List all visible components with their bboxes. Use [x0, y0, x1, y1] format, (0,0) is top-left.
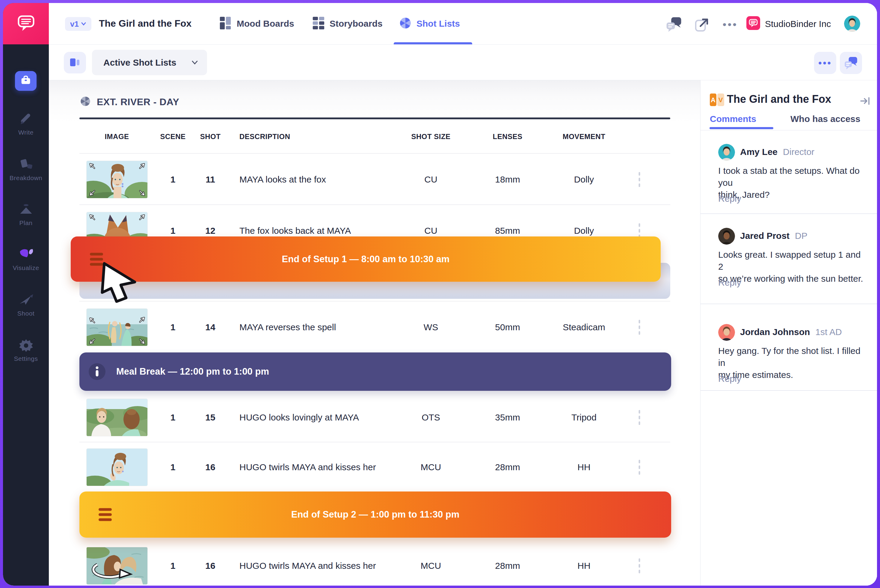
user-avatar[interactable]	[844, 16, 860, 32]
sidebar-item-visualize[interactable]: Visualize	[3, 247, 49, 272]
shot-size-cell: MCU	[421, 561, 441, 571]
shot-row[interactable]: 1 15 HUGO looks lovingly at MAYA OTS 35m…	[79, 393, 670, 442]
reply-link[interactable]: Reply	[718, 278, 741, 288]
storyboard-thumbnail[interactable]	[87, 399, 147, 436]
comments-toggle-button[interactable]	[840, 52, 862, 74]
shot-row[interactable]: 1 16 HUGO twirls MAYA and kisses her MCU…	[79, 540, 670, 586]
plan-icon	[18, 213, 34, 219]
chevron-down-icon	[192, 60, 198, 65]
scene-cell: 1	[171, 561, 175, 571]
share-icon[interactable]	[694, 16, 711, 34]
setup-banner-label: End of Setup 2 — 1:00 pm to 11:30 pm	[79, 509, 671, 520]
row-menu-icon[interactable]	[637, 408, 642, 427]
sidebar-item-settings[interactable]: Settings	[3, 338, 49, 362]
tab-who-has-access[interactable]: Who has access	[790, 114, 860, 124]
comments-icon[interactable]	[666, 16, 682, 34]
description-cell: The fox looks back at MAYA	[239, 226, 351, 236]
collapse-panel-icon[interactable]	[859, 96, 871, 107]
column-header: DESCRIPTION	[239, 132, 290, 141]
column-header: SHOT	[200, 132, 221, 141]
speech-bubble-logo-icon	[17, 14, 35, 33]
tab-comments[interactable]: Comments	[710, 114, 756, 124]
shot-row[interactable]: 1 14 MAYA reverses the spell WS 50mm Ste…	[79, 301, 670, 353]
purple-backdrop: Write Breakdown Plan Visualize Shoot Set…	[0, 0, 880, 588]
description-cell: HUGO twirls MAYA and kisses her	[239, 462, 376, 472]
storyboards-icon	[312, 16, 325, 31]
shot-cell: 15	[205, 412, 215, 423]
layout-icon	[68, 56, 81, 69]
reply-link[interactable]: Reply	[718, 194, 741, 204]
commenter-role: 1st AD	[815, 327, 842, 337]
version-dropdown[interactable]: v1	[65, 17, 91, 31]
shoot-icon	[18, 304, 34, 309]
tab-mood-boards[interactable]: Mood Boards	[219, 16, 294, 31]
sidebar-item-label: Settings	[3, 355, 49, 362]
setup-banner[interactable]: End of Setup 2 — 1:00 pm to 11:30 pm	[79, 492, 671, 538]
shot-cell: 11	[205, 174, 215, 184]
org-name[interactable]: StudioBinder Inc	[765, 19, 831, 29]
column-header: SCENE	[160, 132, 186, 141]
svg-text:V: V	[718, 96, 723, 104]
sidebar-item-label: Plan	[3, 219, 49, 226]
row-menu-icon[interactable]	[637, 556, 642, 575]
commenter-avatar	[718, 228, 735, 244]
shot-row[interactable]: 1 11 MAYA looks at the fox CU 18mm Dolly	[79, 153, 670, 205]
drag-handle-icon[interactable]	[90, 253, 103, 266]
briefcase-icon	[19, 74, 33, 88]
commenter-role: Director	[783, 147, 814, 157]
shot-row[interactable]: 1 16 HUGO twirls MAYA and kisses her MCU…	[79, 442, 670, 492]
comment-divider	[700, 304, 877, 304]
commenter-avatar	[718, 324, 735, 341]
movement-cell: Tripod	[571, 412, 597, 423]
scene-cell: 1	[171, 322, 175, 332]
description-cell: HUGO looks lovingly at MAYA	[239, 412, 359, 423]
tab-shot-lists[interactable]: Shot Lists	[399, 16, 460, 31]
storyboard-thumbnail[interactable]	[87, 161, 147, 198]
sidebar-item-breakdown[interactable]: Breakdown	[3, 157, 49, 182]
studiobinder-logo[interactable]	[3, 3, 49, 44]
description-cell: MAYA looks at the fox	[239, 174, 326, 184]
shot-lists-icon	[399, 16, 412, 31]
shot-list-toolbar: Active Shot Lists •••	[49, 45, 877, 80]
more-icon[interactable]: •••	[723, 19, 738, 30]
row-menu-icon[interactable]	[637, 318, 642, 336]
sidebar-item-plan[interactable]: Plan	[3, 202, 49, 226]
comment-divider	[700, 213, 877, 214]
commenter-name: Jared ProstDP	[740, 231, 808, 241]
row-menu-icon[interactable]	[637, 458, 642, 477]
setup-banner[interactable]: End of Setup 1 — 8:00 am to 10:30 am	[71, 237, 661, 282]
shot-cell: 12	[205, 226, 215, 236]
content-area: EXT. RIVER - DAY IMAGESCENESHOTDESCRIPTI…	[49, 80, 877, 586]
meal-break-banner[interactable]: Meal Break — 12:00 pm to 1:00 pm	[79, 352, 671, 391]
commenter-name: Jordan Johnson1st AD	[740, 327, 842, 337]
section-divider	[79, 117, 670, 119]
lenses-cell: 35mm	[495, 412, 520, 423]
reply-link[interactable]: Reply	[718, 374, 741, 384]
sidebar-item-label: Shoot	[3, 310, 49, 317]
storyboard-thumbnail[interactable]	[87, 448, 147, 486]
sidebar-item-write[interactable]: Write	[3, 111, 49, 136]
sidebar-item-projects[interactable]	[15, 71, 36, 91]
tab-storyboards[interactable]: Storyboards	[312, 16, 382, 31]
more-options-button[interactable]: •••	[814, 52, 836, 74]
description-cell: HUGO twirls MAYA and kisses her	[239, 561, 376, 571]
column-header: MOVEMENT	[563, 132, 606, 141]
lenses-cell: 18mm	[495, 174, 520, 184]
commenter-avatar	[718, 144, 735, 160]
setup-banner-label: End of Setup 1 — 8:00 am to 10:30 am	[71, 254, 661, 265]
info-icon	[89, 363, 105, 380]
drag-handle-icon[interactable]	[99, 508, 112, 521]
shot-list-selector[interactable]: Active Shot Lists	[92, 50, 207, 75]
sidebar-item-shoot[interactable]: Shoot	[3, 292, 49, 317]
shot-cell: 16	[205, 462, 215, 472]
tab-label: Shot Lists	[417, 19, 460, 29]
org-logo-icon[interactable]	[747, 16, 760, 30]
storyboard-thumbnail[interactable]	[87, 309, 147, 346]
write-icon	[18, 123, 34, 128]
visualize-icon	[18, 258, 34, 263]
shot-size-cell: CU	[424, 174, 437, 184]
layout-view-button[interactable]	[64, 52, 86, 74]
storyboard-thumbnail[interactable]	[87, 547, 147, 584]
row-menu-icon[interactable]	[637, 170, 642, 189]
shot-size-cell: CU	[424, 226, 437, 236]
